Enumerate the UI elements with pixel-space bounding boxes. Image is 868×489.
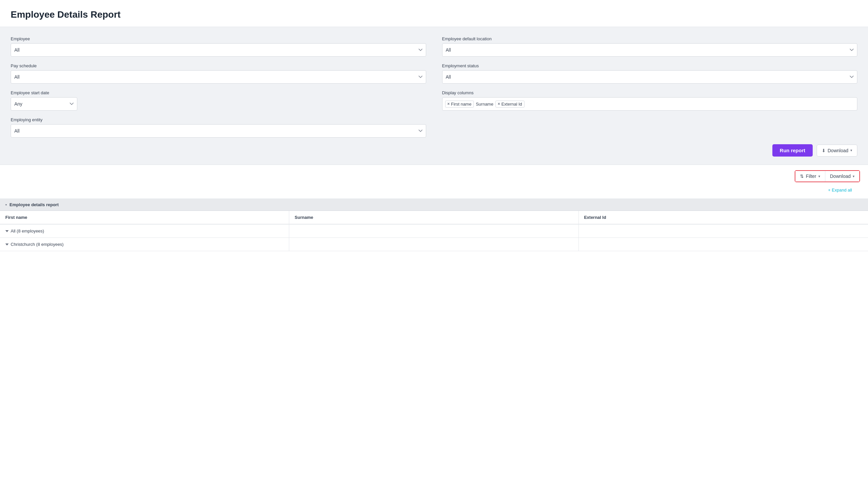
employee-default-location-select[interactable]: All (442, 43, 858, 57)
tag-external-id[interactable]: × External Id (495, 101, 524, 107)
filter-group-pay-schedule: Pay schedule All (11, 63, 426, 84)
table-row-all[interactable]: All (8 employees) (0, 225, 868, 238)
filter-chevron: ▾ (818, 174, 820, 178)
download-icon-top: ⬇ (822, 148, 826, 153)
data-cell-christchurch-ext (579, 238, 868, 251)
filter-group-display-columns: Display columns × First name Surname × E… (442, 90, 858, 110)
col-header-first-name: First name (0, 211, 289, 224)
row-christchurch-label: Christchurch (8 employees) (11, 242, 64, 247)
tag-external-id-text: External Id (501, 102, 522, 107)
header-section: Employee Details Report (0, 0, 868, 27)
employment-status-wrapper: All (442, 70, 858, 84)
data-cell-all: All (8 employees) (0, 225, 289, 237)
table-header-title: Employee details report (10, 202, 59, 207)
page-title: Employee Details Report (11, 9, 857, 20)
employee-label: Employee (11, 36, 426, 41)
row-christchurch-chevron (5, 243, 9, 246)
download-chevron-top: ▾ (850, 148, 852, 153)
expand-all-container: + Expand all (0, 188, 868, 199)
filter-group-default-location: Employee default location All (442, 36, 858, 57)
filter-label: Filter (806, 173, 816, 179)
display-columns-input[interactable]: × First name Surname × External Id (442, 97, 858, 110)
data-cell-christchurch: Christchurch (8 employees) (0, 238, 289, 251)
employing-entity-wrapper: All (11, 124, 426, 137)
filter-group-employee: Employee All (11, 36, 426, 57)
download-table-button[interactable]: Download ▾ (825, 171, 859, 182)
download-button-top[interactable]: ⬇ Download ▾ (817, 144, 857, 157)
col-header-surname: Surname (289, 211, 579, 224)
row-all-label: All (8 employees) (11, 229, 44, 233)
filter-button[interactable]: ⇄ Filter ▾ (795, 171, 825, 182)
employee-default-location-label: Employee default location (442, 36, 858, 41)
employee-start-date-label: Employee start date (11, 90, 426, 95)
results-toolbar: ⇄ Filter ▾ Download ▾ (0, 165, 868, 188)
row-all-chevron (5, 230, 9, 232)
table-controls-group: ⇄ Filter ▾ Download ▾ (795, 170, 860, 182)
table-container: ▪ Employee details report First name Sur… (0, 199, 868, 251)
pay-schedule-label: Pay schedule (11, 63, 426, 68)
pay-schedule-select[interactable]: All (11, 70, 426, 84)
table-row-christchurch[interactable]: Christchurch (8 employees) (0, 238, 868, 251)
data-cell-christchurch-surname (289, 238, 579, 251)
employee-start-date-wrapper: Any (11, 97, 77, 110)
data-cell-all-surname (289, 225, 579, 237)
employing-entity-select[interactable]: All (11, 124, 426, 137)
expand-all-link[interactable]: + Expand all (820, 188, 860, 195)
col-header-external-id: External Id (579, 211, 868, 224)
employing-entity-label: Employing entity (11, 117, 426, 122)
data-cell-all-ext (579, 225, 868, 237)
download-table-label: Download (830, 173, 851, 179)
tag-first-name-remove[interactable]: × (447, 102, 450, 106)
filter-icon: ⇄ (799, 174, 805, 178)
page-wrapper: Employee Details Report Employee All Emp… (0, 0, 868, 489)
tag-first-name-text: First name (451, 102, 471, 107)
employee-start-date-select[interactable]: Any (11, 97, 77, 110)
filter-group-employing-entity: Employing entity All (11, 117, 426, 137)
run-report-button[interactable]: Run report (772, 144, 813, 157)
employment-status-label: Employment status (442, 63, 858, 68)
table-group-header: ▪ Employee details report (0, 199, 868, 211)
download-label-top: Download (828, 148, 848, 153)
employee-select[interactable]: All (11, 43, 426, 57)
column-headers: First name Surname External Id (0, 211, 868, 225)
filter-group-employment-status: Employment status All (442, 63, 858, 84)
tag-first-name[interactable]: × First name (445, 101, 474, 107)
table-header-icon: ▪ (5, 202, 7, 207)
employee-default-location-wrapper: All (442, 43, 858, 57)
employment-status-select[interactable]: All (442, 70, 858, 84)
filters-section: Employee All Employee default location A… (0, 27, 868, 165)
filters-grid: Employee All Employee default location A… (11, 36, 857, 137)
display-columns-label: Display columns (442, 90, 858, 95)
filter-group-start-date: Employee start date Any (11, 90, 426, 110)
tag-surname: Surname (476, 102, 494, 107)
actions-row: Run report ⬇ Download ▾ (11, 144, 857, 157)
tag-external-id-remove[interactable]: × (498, 102, 500, 106)
results-section: ⇄ Filter ▾ Download ▾ + Expand all ▪ Emp… (0, 165, 868, 251)
download-table-chevron: ▾ (853, 174, 855, 178)
pay-schedule-wrapper: All (11, 70, 426, 84)
employee-select-wrapper: All (11, 43, 426, 57)
